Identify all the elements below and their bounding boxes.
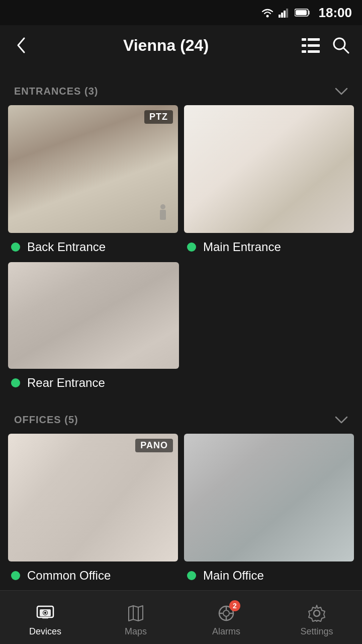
main-entrance-status-dot (187, 243, 196, 252)
page-title: Vienna (24) (40, 36, 292, 55)
alarms-badge: 2 (229, 600, 240, 611)
header: Vienna (24) (0, 25, 362, 65)
entrances-chevron-icon (335, 88, 348, 96)
status-icons: 18:00 (260, 5, 352, 21)
nav-label-devices: Devices (29, 626, 61, 637)
offices-chevron-icon (335, 416, 348, 424)
common-office-name: Common Office (27, 569, 111, 583)
camera-thumb-main-entrance (184, 105, 354, 233)
svg-point-0 (266, 15, 268, 18)
entrances-section-title: ENTRANCES (3) (14, 86, 98, 97)
svg-rect-13 (302, 50, 306, 53)
common-office-status-dot (11, 571, 20, 580)
camera-item-rear-entrance[interactable]: Rear Entrance (0, 262, 362, 394)
main-entrance-name: Main Entrance (203, 240, 281, 254)
battery-icon (295, 8, 311, 17)
wifi-icon (260, 8, 275, 18)
rear-entrance-status-dot (11, 378, 20, 387)
offices-section: OFFICES (5) PANO Common Office (0, 402, 362, 587)
svg-rect-11 (302, 44, 306, 47)
svg-rect-10 (308, 44, 320, 47)
alarms-icon: 2 (216, 603, 236, 623)
nav-label-settings: Settings (300, 626, 333, 637)
back-entrance-name: Back Entrance (27, 240, 106, 254)
nav-item-devices[interactable]: Devices (0, 598, 90, 637)
svg-rect-22 (42, 617, 48, 619)
nav-item-settings[interactable]: Settings (272, 598, 362, 637)
svg-point-26 (223, 610, 229, 616)
list-view-icon (302, 38, 320, 53)
rear-entrance-name: Rear Entrance (27, 376, 105, 390)
maps-icon (126, 603, 146, 623)
camera-thumb-common-office: PANO (8, 434, 178, 561)
svg-point-31 (314, 610, 320, 616)
svg-line-15 (343, 48, 348, 53)
list-view-button[interactable] (300, 34, 322, 56)
svg-rect-8 (308, 38, 320, 41)
search-button[interactable] (330, 34, 352, 56)
main-content: ENTRANCES (3) PTZ (0, 73, 362, 644)
status-bar: 18:00 (0, 0, 362, 25)
camera-thumb-rear-entrance (8, 262, 179, 369)
back-entrance-label-row: Back Entrance (8, 233, 178, 258)
svg-rect-4 (286, 9, 288, 18)
offices-section-header[interactable]: OFFICES (5) (0, 402, 362, 434)
nav-item-maps[interactable]: Maps (90, 598, 181, 637)
camera-item-back-entrance[interactable]: PTZ Back Entrance (8, 105, 178, 258)
offices-section-title: OFFICES (5) (14, 414, 78, 426)
back-button[interactable] (10, 34, 32, 56)
nav-label-alarms: Alarms (212, 626, 240, 637)
camera-thumb-back-entrance: PTZ (8, 105, 178, 233)
signal-icon (279, 8, 291, 18)
camera-thumb-main-office (184, 434, 354, 561)
main-office-status-dot (187, 571, 196, 580)
svg-rect-12 (308, 50, 320, 53)
entrances-section: ENTRANCES (3) PTZ (0, 73, 362, 394)
header-actions (300, 34, 352, 56)
svg-rect-1 (279, 15, 281, 18)
camera-badge-common-office: PANO (135, 439, 173, 452)
camera-badge-back-entrance: PTZ (144, 110, 173, 124)
camera-item-main-office[interactable]: Main Office (184, 434, 354, 587)
settings-icon (307, 603, 327, 623)
back-entrance-status-dot (11, 243, 20, 252)
svg-rect-9 (302, 38, 306, 41)
svg-rect-2 (281, 13, 283, 18)
entrances-top-grid: PTZ Back Entrance Main E (0, 105, 362, 258)
devices-icon (35, 603, 55, 623)
svg-rect-17 (160, 210, 166, 220)
search-icon (332, 37, 349, 54)
entrances-section-header[interactable]: ENTRANCES (3) (0, 73, 362, 105)
nav-item-alarms[interactable]: 2 Alarms (181, 598, 272, 637)
main-office-label-row: Main Office (184, 561, 354, 587)
bottom-nav: Devices Maps 2 Alarms (0, 590, 362, 644)
camera-item-main-entrance[interactable]: Main Entrance (184, 105, 354, 258)
svg-rect-7 (296, 10, 307, 15)
nav-label-maps: Maps (125, 626, 147, 637)
camera-item-common-office[interactable]: PANO Common Office (8, 434, 178, 587)
svg-rect-3 (284, 11, 286, 18)
rear-entrance-label-row: Rear Entrance (8, 369, 354, 394)
main-entrance-label-row: Main Entrance (184, 233, 354, 258)
status-time: 18:00 (319, 5, 352, 21)
common-office-label-row: Common Office (8, 561, 178, 587)
svg-rect-6 (308, 11, 310, 15)
svg-point-16 (160, 204, 165, 209)
offices-top-grid: PANO Common Office Main Office (0, 434, 362, 587)
main-office-name: Main Office (203, 569, 264, 583)
